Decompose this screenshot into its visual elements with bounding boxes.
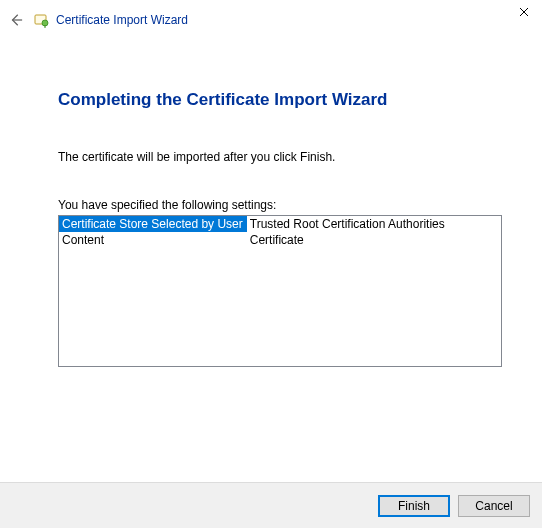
settings-list: Certificate Store Selected by User Trust… xyxy=(58,215,502,367)
title-bar: Certificate Import Wizard xyxy=(0,0,542,40)
page-heading: Completing the Certificate Import Wizard xyxy=(58,90,502,110)
arrow-left-icon xyxy=(9,13,23,27)
setting-key: Certificate Store Selected by User xyxy=(59,216,247,232)
setting-key: Content xyxy=(59,232,247,248)
table-row[interactable]: Content Certificate xyxy=(59,232,501,248)
setting-value: Certificate xyxy=(247,232,501,248)
dialog-footer: Finish Cancel xyxy=(0,482,542,528)
close-button[interactable] xyxy=(514,2,534,22)
cancel-button[interactable]: Cancel xyxy=(458,495,530,517)
certificate-icon xyxy=(34,12,50,28)
wizard-content: Completing the Certificate Import Wizard… xyxy=(0,40,542,377)
setting-value: Trusted Root Certification Authorities xyxy=(247,216,501,232)
back-button[interactable] xyxy=(6,10,26,30)
finish-button[interactable]: Finish xyxy=(378,495,450,517)
page-description: The certificate will be imported after y… xyxy=(58,150,502,164)
settings-table: Certificate Store Selected by User Trust… xyxy=(59,216,501,248)
close-icon xyxy=(519,7,529,17)
table-row[interactable]: Certificate Store Selected by User Trust… xyxy=(59,216,501,232)
settings-label: You have specified the following setting… xyxy=(58,198,502,212)
window-title: Certificate Import Wizard xyxy=(56,13,188,27)
